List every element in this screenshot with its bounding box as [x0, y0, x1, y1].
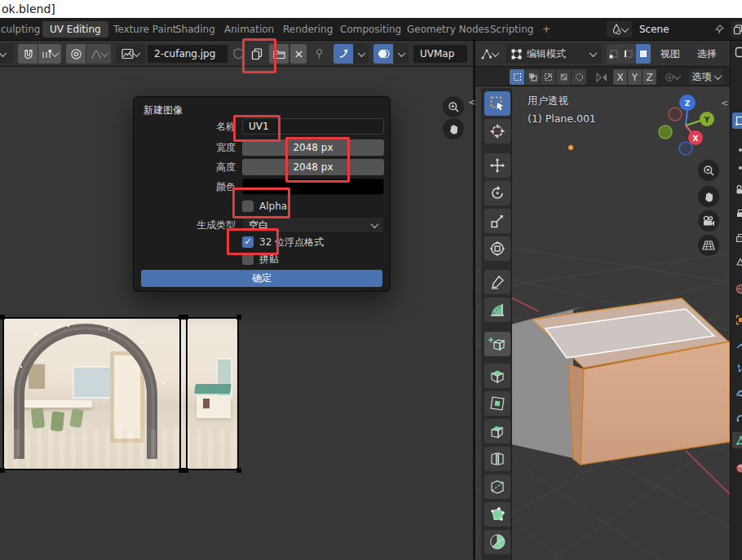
snap-toggle-button[interactable] [18, 44, 38, 64]
viewport-ortho-button[interactable] [698, 235, 719, 256]
tool-proportional-dropdown[interactable] [662, 69, 682, 85]
float32-checkbox[interactable]: ✓ [242, 236, 254, 248]
viewport-pan-button[interactable] [698, 186, 719, 207]
tab-render[interactable] [732, 181, 742, 197]
proportional-editing-toggle[interactable] [66, 44, 86, 64]
viewport-zoom-button[interactable] [698, 160, 719, 181]
move-tool[interactable] [484, 153, 510, 178]
image-browse-button[interactable] [116, 44, 145, 64]
snap-target-dropdown[interactable] [38, 44, 61, 64]
tab-scene[interactable] [732, 254, 742, 271]
uv-pan-button[interactable] [443, 118, 464, 139]
uv-island-outline[interactable] [186, 317, 239, 470]
mirror-z-toggle[interactable]: Z [643, 69, 656, 85]
uv-sidebar-collapse[interactable]: < [468, 97, 475, 108]
tab-world[interactable] [732, 280, 742, 297]
tab-shading[interactable]: Shading [168, 21, 223, 37]
show-overlays-toggle[interactable] [373, 44, 393, 64]
tab-compositing[interactable]: Compositing [333, 21, 409, 37]
mirror-y-toggle[interactable]: Y [628, 69, 642, 85]
bevel-tool[interactable] [484, 419, 510, 443]
generated-type-dropdown[interactable]: 空白 [242, 217, 384, 233]
tab-constraints[interactable] [732, 409, 742, 426]
transform-tool[interactable] [484, 236, 510, 261]
annotate-tool[interactable] [484, 270, 510, 294]
tab-object[interactable] [732, 311, 742, 328]
alpha-checkbox[interactable] [242, 201, 254, 212]
tool-options-dropdown[interactable]: 选项 [689, 69, 723, 85]
knife-tool[interactable] [484, 474, 510, 499]
uv-island-outline[interactable] [2, 317, 181, 470]
tab-rendering[interactable]: Rendering [276, 21, 340, 37]
pin-icon[interactable] [714, 24, 724, 34]
select-mode-set-button[interactable] [510, 69, 524, 85]
select-mode-extend-button[interactable] [525, 69, 540, 85]
ok-button[interactable]: 确定 [141, 270, 382, 287]
tiled-checkbox[interactable] [242, 254, 254, 265]
color-swatch[interactable] [242, 179, 384, 195]
axis-y-label: Y [632, 72, 638, 83]
scene-name-field[interactable]: Scene [634, 21, 729, 37]
unlink-image-button[interactable] [290, 44, 307, 64]
tab-physics[interactable] [732, 385, 742, 401]
name-input[interactable]: UV1 [242, 118, 384, 134]
image-name-field[interactable]: 2-cufang.jpg [147, 44, 228, 64]
new-scene-button[interactable] [731, 21, 742, 37]
uv-map-field[interactable]: UVMap [413, 44, 468, 64]
cursor-tool[interactable] [484, 119, 510, 143]
proportional-falloff-dropdown[interactable] [86, 44, 111, 64]
tab-output[interactable] [732, 205, 742, 222]
tab-animation[interactable]: Animation [217, 21, 281, 37]
tab-active-tool[interactable] [732, 112, 742, 129]
add-cube-tool[interactable] [484, 332, 510, 356]
width-slider[interactable]: 2048 px [242, 139, 384, 156]
tab-material[interactable] [732, 460, 742, 476]
scale-tool[interactable] [484, 209, 510, 233]
height-slider[interactable]: 2048 px [242, 159, 384, 175]
extrude-region-tool[interactable] [484, 364, 510, 388]
tab-add-workspace[interactable]: + [535, 21, 558, 37]
select-mode-invert-button[interactable] [556, 69, 571, 85]
gizmo-dropdown[interactable] [354, 44, 369, 64]
new-image-button[interactable] [247, 44, 267, 64]
show-gizmo-toggle[interactable] [333, 44, 353, 64]
select-mode-intersect-button[interactable] [572, 69, 586, 85]
mirror-x-toggle[interactable]: X [613, 69, 627, 85]
mode-dropdown[interactable]: 编辑模式 [506, 44, 602, 64]
uv-zoom-button[interactable] [443, 96, 464, 117]
tab-particles[interactable] [732, 360, 742, 377]
mirror-toggle[interactable] [594, 69, 610, 85]
select-box-tool[interactable] [484, 91, 510, 116]
tab-uv-editing[interactable]: UV Editing [42, 21, 108, 37]
scene-browse-button[interactable] [607, 21, 632, 37]
tab-scripting[interactable]: Scripting [483, 21, 541, 37]
tab-object-data[interactable] [732, 432, 742, 448]
uv-editor-type-button[interactable] [0, 44, 13, 64]
measure-tool[interactable] [484, 298, 510, 322]
rotate-tool[interactable] [484, 181, 510, 205]
properties-editor-type-icon[interactable] [732, 44, 742, 60]
menu-view[interactable]: 视图 [660, 44, 680, 64]
tab-view-layer[interactable] [732, 230, 742, 246]
loop-cut-tool[interactable] [484, 447, 510, 471]
tab-sculpting[interactable]: culpting [0, 21, 47, 37]
inset-faces-tool[interactable] [484, 391, 510, 416]
fake-user-toggle[interactable] [230, 44, 246, 64]
menu-select[interactable]: 选择 [697, 44, 717, 64]
vertex-select-mode-button[interactable] [607, 44, 621, 64]
new-image-icon [250, 47, 263, 60]
spin-tool[interactable] [484, 530, 510, 554]
viewport-editor-type-button[interactable] [477, 44, 501, 64]
poly-build-icon [488, 505, 506, 523]
select-mode-subtract-button[interactable] [541, 69, 555, 85]
open-image-button[interactable] [269, 44, 289, 64]
pin-image-toggle[interactable] [311, 44, 327, 64]
overlays-dropdown[interactable] [394, 44, 409, 64]
viewport-sidebar-collapse[interactable]: < [721, 98, 728, 108]
camera-icon [702, 215, 715, 227]
tab-modifiers[interactable] [732, 336, 742, 352]
face-select-mode-button[interactable] [636, 44, 651, 64]
poly-build-tool[interactable] [484, 502, 510, 527]
edge-select-mode-button[interactable] [621, 44, 636, 64]
viewport-camera-button[interactable] [698, 210, 719, 231]
